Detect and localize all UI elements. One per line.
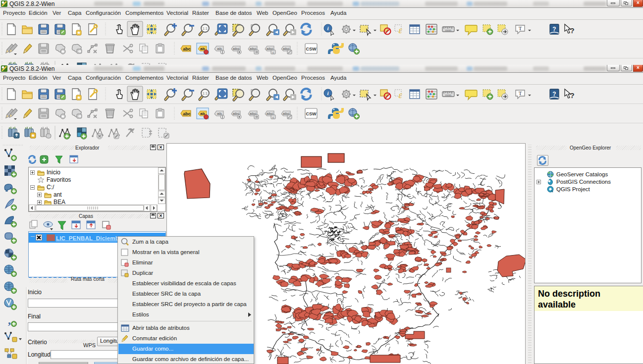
svg-text:abc: abc [183, 47, 191, 52]
svg-text:?: ? [570, 26, 574, 35]
svg-text:T: T [519, 25, 522, 31]
svg-text:CSW: CSW [306, 47, 317, 52]
svg-text:?: ? [552, 26, 556, 33]
svg-text:ε: ε [398, 90, 402, 100]
svg-text:ab: ab [200, 47, 205, 51]
svg-text:mmm: mmm [445, 29, 452, 32]
svg-text:ε: ε [398, 25, 402, 35]
svg-text:T: T [519, 90, 522, 96]
svg-text:abc: abc [183, 111, 191, 116]
svg-text:?: ? [570, 91, 574, 100]
svg-text:,: , [8, 313, 11, 326]
svg-text:mmm: mmm [445, 94, 452, 97]
svg-text:CSW: CSW [306, 111, 317, 116]
svg-text:c: c [272, 116, 274, 119]
svg-text:ab: ab [200, 111, 205, 116]
svg-text:1:1: 1:1 [203, 26, 208, 31]
svg-text:c: c [272, 51, 274, 54]
svg-text:1:1: 1:1 [203, 91, 208, 96]
svg-text:?: ? [552, 91, 556, 98]
